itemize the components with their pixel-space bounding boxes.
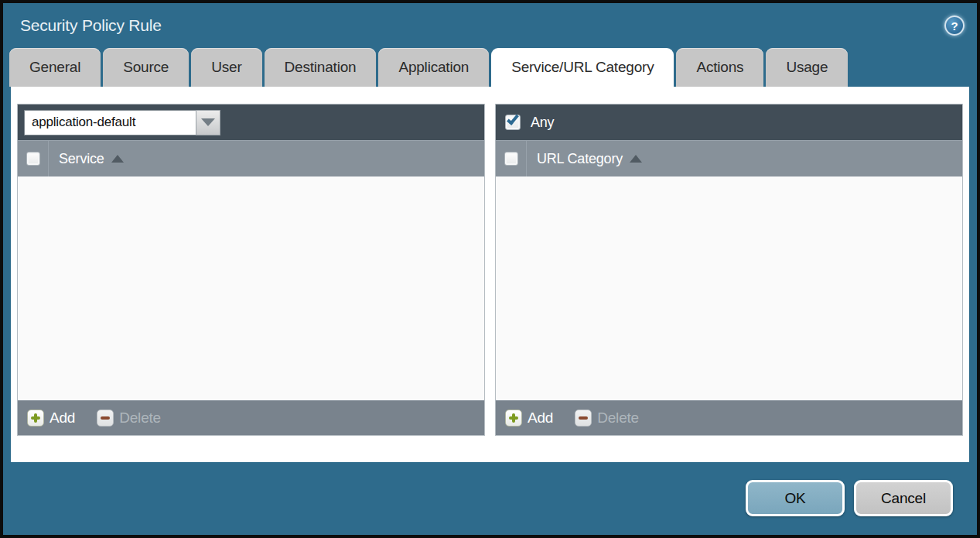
any-label: Any xyxy=(531,115,554,131)
url-category-select-all-cell xyxy=(496,141,527,176)
url-category-add-label: Add xyxy=(528,409,553,427)
service-panel: Service Add Delete xyxy=(17,104,485,436)
add-plus-icon xyxy=(505,409,522,427)
service-panel-footer: Add Delete xyxy=(18,400,484,435)
add-plus-icon xyxy=(27,409,44,427)
service-select-all-checkbox[interactable] xyxy=(26,152,40,166)
dialog-actions: OK Cancel xyxy=(746,480,953,516)
service-column-header: Service xyxy=(18,140,484,176)
tab-general[interactable]: General xyxy=(9,48,101,87)
tab-usage[interactable]: Usage xyxy=(766,48,848,87)
service-delete-button[interactable]: Delete xyxy=(97,409,161,427)
service-panel-header xyxy=(18,105,484,140)
url-category-table-body xyxy=(496,176,962,400)
service-add-label: Add xyxy=(50,409,75,427)
security-policy-rule-dialog: Security Policy Rule ? General Source Us… xyxy=(0,0,980,538)
service-type-dropdown-button[interactable] xyxy=(196,110,220,135)
checkbox-check-icon xyxy=(507,112,519,125)
url-category-select-all-checkbox[interactable] xyxy=(504,152,518,166)
delete-minus-icon xyxy=(575,409,592,427)
dialog-title: Security Policy Rule xyxy=(20,16,162,35)
url-category-panel-footer: Add Delete xyxy=(496,400,962,435)
tab-source[interactable]: Source xyxy=(103,48,189,87)
tab-actions[interactable]: Actions xyxy=(676,48,763,87)
any-row: Any xyxy=(502,115,554,131)
service-column-label: Service xyxy=(59,151,104,167)
url-category-column-label: URL Category xyxy=(537,151,623,167)
url-category-delete-label: Delete xyxy=(597,409,639,427)
url-category-panel: Any URL Category Add xyxy=(495,104,963,436)
url-category-column-sort[interactable]: URL Category xyxy=(527,141,642,176)
tab-destination[interactable]: Destination xyxy=(265,48,377,87)
chevron-down-icon xyxy=(201,118,215,126)
tab-application[interactable]: Application xyxy=(378,48,489,87)
tab-content: Service Add Delete xyxy=(11,87,969,462)
title-bar: Security Policy Rule ? xyxy=(3,3,977,48)
service-select-all-cell xyxy=(18,141,49,176)
service-type-dropdown xyxy=(24,110,220,135)
sort-ascending-icon xyxy=(630,155,642,163)
url-category-panel-header: Any xyxy=(496,105,962,140)
service-type-input[interactable] xyxy=(24,110,196,135)
sort-ascending-icon xyxy=(111,155,124,163)
tab-user[interactable]: User xyxy=(191,48,261,87)
any-checkbox[interactable] xyxy=(505,115,521,130)
url-category-delete-button[interactable]: Delete xyxy=(575,409,639,427)
service-table-body xyxy=(18,176,484,400)
delete-minus-icon xyxy=(97,409,114,427)
service-delete-label: Delete xyxy=(119,409,161,427)
help-icon[interactable]: ? xyxy=(944,15,965,36)
url-category-add-button[interactable]: Add xyxy=(505,409,553,427)
cancel-button[interactable]: Cancel xyxy=(854,480,953,516)
ok-button[interactable]: OK xyxy=(746,480,845,516)
tab-strip: General Source User Destination Applicat… xyxy=(3,48,977,87)
service-add-button[interactable]: Add xyxy=(27,409,75,427)
url-category-column-header: URL Category xyxy=(496,140,962,176)
tab-service-url-category[interactable]: Service/URL Category xyxy=(491,48,674,87)
service-column-sort[interactable]: Service xyxy=(49,141,124,176)
